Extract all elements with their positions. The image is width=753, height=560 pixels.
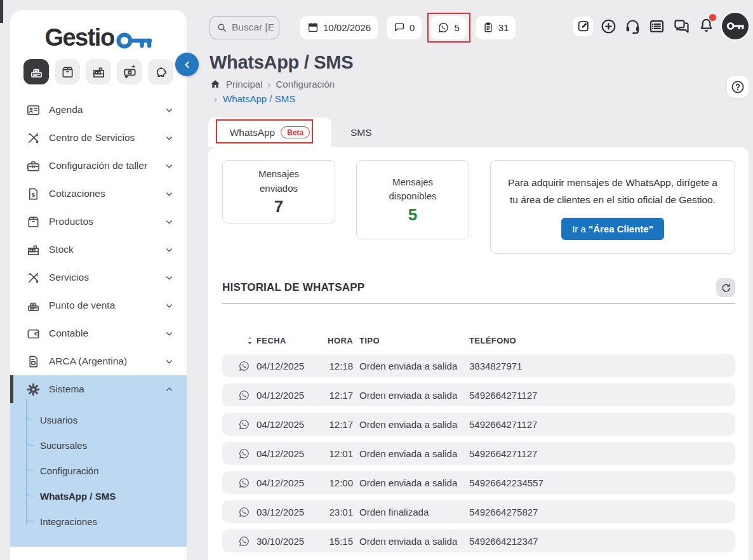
messages-available-card: Mensajes disponibles 5: [356, 160, 469, 239]
document-icon: [25, 354, 41, 369]
col-tipo[interactable]: TIPO: [356, 336, 469, 345]
comments-badge-value: 0: [410, 22, 415, 33]
tools-icon: [25, 131, 41, 145]
sidebar-subitem-configuraci-n[interactable]: Configuración: [10, 458, 187, 483]
stat-cards: Mensajes enviados 7 Mensajes disponibles…: [222, 160, 735, 254]
chevron-down-icon: [164, 133, 174, 143]
account-key-icon: [726, 20, 744, 32]
whatsapp-badge[interactable]: 5: [430, 16, 466, 39]
list-icon[interactable]: [648, 18, 665, 35]
clipboard-icon: [483, 22, 494, 33]
cell-tipo: Orden enviada a salida: [356, 419, 469, 430]
cell-hora: 12:17: [325, 419, 356, 430]
whatsapp-icon: [231, 477, 257, 489]
refresh-button[interactable]: [716, 278, 735, 297]
history-row[interactable]: 30/10/202515:15Orden enviada a salida549…: [222, 530, 735, 552]
history-row[interactable]: 03/12/202523:01Orden finalizada549266427…: [222, 500, 735, 523]
cell-tipo: Orden enviada a salida: [356, 477, 469, 488]
module-tile-product-box[interactable]: [55, 59, 80, 84]
home-icon[interactable]: [210, 78, 221, 90]
sidebar-subitem-integraciones[interactable]: Integraciones: [10, 509, 187, 534]
cell-tipo: Orden enviada a salida: [356, 448, 469, 459]
messages-available-label: Mensajes disponibles: [375, 175, 451, 204]
sidebar-subitem-whatsapp-sms[interactable]: WhatsApp / SMS: [10, 483, 187, 509]
chevron-left-icon: [182, 60, 192, 70]
search-input[interactable]: [232, 22, 277, 33]
sidebar-item-arca-argentina-[interactable]: ARCA (Argentina): [10, 347, 187, 375]
cash-register-icon: [29, 65, 44, 79]
sidebar-item-productos[interactable]: Productos: [10, 208, 187, 236]
sidebar-item-punto-de-venta[interactable]: Punto de venta: [10, 291, 187, 319]
account-avatar[interactable]: [722, 13, 749, 39]
client-area-button-bold: "Área Cliente": [589, 223, 653, 234]
history-table-header: FECHA HORA TIPO TELÉFONO: [222, 336, 735, 345]
col-telefono[interactable]: TELÉFONO: [469, 336, 726, 345]
messages-sent-card: Mensajes enviados 7: [222, 160, 335, 223]
history-row[interactable]: 04/12/202512:01Orden enviada a salida549…: [222, 442, 735, 465]
cell-fecha: 03/12/2025: [257, 507, 325, 517]
cell-hora: 12:18: [325, 361, 356, 371]
help-button[interactable]: [727, 76, 749, 98]
module-switcher: [10, 59, 187, 84]
search-box[interactable]: [210, 16, 279, 39]
breadcrumb-separator: ›: [214, 93, 217, 104]
cell-hora: 12:01: [325, 448, 356, 459]
headset-icon[interactable]: [624, 18, 641, 35]
comments-badge[interactable]: 0: [387, 16, 422, 39]
date-badge[interactable]: 10/02/2026: [300, 16, 378, 39]
breadcrumb-item[interactable]: Configuración: [276, 79, 335, 90]
tasks-badge[interactable]: 31: [476, 16, 516, 39]
cell-fecha: 04/12/2025: [257, 361, 325, 371]
chevron-up-icon: [164, 385, 174, 394]
svg-text:$: $: [31, 190, 35, 197]
module-tile-cash-register[interactable]: [23, 59, 49, 84]
topbar: 10/02/2026 0 5 31: [210, 11, 749, 41]
sidebar-subitem-usuarios[interactable]: Usuarios: [10, 407, 187, 432]
breadcrumb-active[interactable]: WhatsApp / SMS: [223, 93, 295, 104]
toolbox-icon: [25, 159, 41, 173]
stock-shelf-icon: [91, 65, 106, 79]
sort-icon[interactable]: [231, 336, 257, 345]
sidebar-item-label: Servicios: [49, 272, 164, 283]
sidebar-collapse-button[interactable]: [175, 53, 199, 76]
tab-sms[interactable]: SMS: [331, 117, 391, 147]
notifications-button[interactable]: [698, 17, 715, 36]
sidebar-item-label: Productos: [49, 216, 164, 227]
sidebar-item-centro-de-servicios[interactable]: Centro de Servicios: [10, 124, 187, 152]
tab-whatsapp[interactable]: WhatsApp Beta: [208, 117, 331, 147]
module-tile-piggy-bank[interactable]: [148, 59, 173, 84]
col-hora[interactable]: HORA: [325, 336, 356, 345]
edit-button[interactable]: [573, 17, 593, 36]
col-fecha[interactable]: FECHA: [257, 336, 325, 345]
whatsapp-panel: Mensajes enviados 7 Mensajes disponibles…: [208, 147, 749, 560]
sidebar-item-servicios[interactable]: Servicios: [10, 263, 187, 291]
key-icon: [116, 30, 152, 51]
history-row[interactable]: 04/12/202512:17Orden enviada a salida549…: [222, 383, 735, 406]
sidebar-subitem-sucursales[interactable]: Sucursales: [10, 432, 187, 458]
history-row[interactable]: 04/12/202512:18Orden enviada a salida383…: [222, 354, 735, 377]
breadcrumb-separator: ›: [268, 79, 271, 90]
cell-telefono: 5492664271127: [469, 390, 726, 401]
whatsapp-icon: [231, 535, 257, 547]
sidebar-item-agenda[interactable]: Agenda: [10, 96, 187, 124]
breadcrumb-item[interactable]: Principal: [226, 79, 263, 90]
sidebar-item-sistema[interactable]: Sistema: [10, 375, 187, 403]
messages-sent-value: 7: [274, 197, 283, 217]
sidebar-item-configuraci-n-de-taller[interactable]: Configuración de taller: [10, 152, 187, 180]
cell-telefono: 54926642234557: [469, 477, 726, 488]
add-circle-icon[interactable]: [600, 18, 617, 35]
module-tile-money-transfer[interactable]: [117, 59, 142, 84]
sidebar-item-contable[interactable]: Contable: [10, 319, 187, 347]
sidebar-item-label: Punto de venta: [49, 300, 164, 311]
chats-icon[interactable]: [672, 17, 691, 36]
history-row[interactable]: 04/12/202512:17Orden enviada a salida549…: [222, 413, 735, 436]
sidebar-item-label: Stock: [49, 244, 164, 255]
sidebar-item-stock[interactable]: Stock: [10, 236, 187, 263]
cell-fecha: 04/12/2025: [257, 390, 325, 401]
topbar-actions: [573, 13, 749, 39]
sidebar-item-cotizaciones[interactable]: $Cotizaciones: [10, 180, 187, 208]
history-row[interactable]: 04/12/202512:00Orden enviada a salida549…: [222, 471, 735, 494]
module-tile-stock-shelf[interactable]: [86, 59, 111, 84]
beta-badge: Beta: [281, 126, 310, 138]
client-area-button[interactable]: Ir a "Área Cliente": [561, 218, 664, 240]
